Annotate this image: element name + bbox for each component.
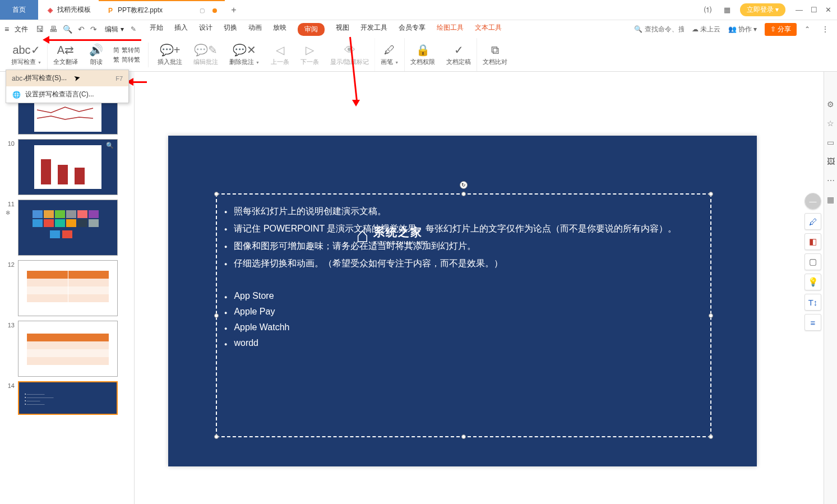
slides-icon[interactable]: ▭ (827, 138, 834, 147)
zoom-icon[interactable]: 🔍 (106, 142, 114, 149)
home-tab[interactable]: 首页 (0, 0, 38, 20)
pen-tool-button[interactable]: 🖊 (804, 213, 821, 230)
file-menu[interactable]: 文件 (15, 25, 28, 34)
thumb-14[interactable]: 14 ● ————————● ————————————● ——————● ———… (0, 379, 134, 417)
doc-final-button[interactable]: ✓ 文档定稿 (441, 38, 477, 71)
dropdown-spellcheck-item[interactable]: abc✓ 拼写检查(S)... F7 (6, 70, 128, 86)
search-input[interactable] (645, 25, 684, 33)
spellcheck-group[interactable]: abc✓ 拼写检查 ▼ (6, 38, 48, 71)
tab-slideshow[interactable]: 放映 (273, 23, 286, 36)
cloud-status[interactable]: ☁ 未上云 (692, 25, 720, 34)
redo-icon[interactable]: ↷ (90, 25, 97, 34)
thumb-13[interactable]: 13 (0, 318, 134, 379)
tab-text-tools[interactable]: 文本工具 (475, 23, 502, 36)
collapse-button[interactable]: — (804, 193, 821, 210)
tab-review[interactable]: 审阅 (298, 23, 325, 36)
image-icon[interactable]: 🖼 (827, 157, 835, 166)
preview-icon[interactable]: 🔍 (63, 25, 72, 34)
command-search[interactable]: 🔍 (634, 25, 684, 33)
resize-handle-nw[interactable] (214, 192, 219, 196)
doc-perm-button[interactable]: 🔒 文档权限 (405, 38, 441, 71)
login-button[interactable]: 立即登录 ▾ (740, 3, 785, 16)
insert-comment-button[interactable]: 💬+ 插入批注 (152, 38, 188, 71)
tab-devtools[interactable]: 开发工具 (360, 23, 387, 36)
main-slide[interactable]: ⌂ 系统之家 XITONGZHIJIA.NET ↻ (168, 136, 757, 466)
ribbon-tabs: 开始 插入 设计 切换 动画 放映 审阅 视图 开发工具 会员专享 绘图工具 文… (150, 23, 502, 36)
edit-menu[interactable]: 编辑 ▾ (105, 25, 123, 34)
resize-handle-se[interactable] (709, 434, 713, 439)
modified-indicator (212, 8, 217, 13)
coop-label: 协作 (738, 25, 752, 34)
tab-animation[interactable]: 动画 (248, 23, 262, 36)
template-tab[interactable]: ◈ 找稻壳模板 (38, 0, 99, 20)
right-sidebar: ⚙ ☆ ▭ 🖼 ⋯ ▦ (824, 72, 837, 504)
format-painter-icon[interactable]: ✎ (131, 25, 136, 33)
slide-content[interactable]: 照每张幻灯片上的说明创建演示文稿。 请记住 POWERPOINT 是演示文稿的视… (224, 203, 712, 351)
tab-transition[interactable]: 切换 (224, 23, 237, 36)
text-style-button[interactable]: T↕ (804, 294, 821, 311)
delete-comment-button[interactable]: 💬✕ 删除批注 ▼ (224, 38, 265, 71)
template-icon[interactable]: ▦ (827, 195, 834, 204)
undo-icon[interactable]: ↶ (78, 25, 85, 34)
edit-comment-button[interactable]: 💬✎ 编辑批注 (188, 38, 224, 71)
dropdown-language-item[interactable]: 🌐 设置拼写检查语言(C)... (6, 86, 128, 103)
share-label: 分享 (778, 25, 791, 33)
spellcheck-label: 拼写检查 ▼ (11, 58, 41, 66)
pen-icon: 🖊 (384, 43, 395, 57)
doc-compare-button[interactable]: ⧉ 文档比对 (477, 38, 513, 71)
more-icon[interactable]: ⋯ (827, 176, 835, 185)
collaborate-button[interactable]: 👥 协作 ▾ (728, 25, 757, 34)
thumb-10[interactable]: 10 🔍 (0, 137, 134, 197)
resize-handle-ne[interactable] (709, 192, 713, 196)
hamburger-icon[interactable]: ≡ (4, 25, 9, 34)
read-group[interactable]: 🔊 朗读 (84, 38, 109, 71)
tab-drawing-tools[interactable]: 绘图工具 (437, 23, 464, 36)
save-icon[interactable]: 🖫 (36, 25, 44, 34)
resize-handle-sw[interactable] (214, 434, 219, 439)
resize-handle-s[interactable] (461, 434, 466, 439)
grid-view-icon[interactable]: ▦ (721, 4, 733, 16)
thumb-12[interactable]: 12 (0, 258, 134, 318)
document-tab[interactable]: P PPT教程2.pptx ▢ (99, 0, 225, 20)
thumb-number: 12 (4, 260, 15, 268)
settings-icon[interactable]: ⚙ (827, 100, 834, 109)
new-tab-button[interactable]: + (225, 0, 243, 20)
maximize-button[interactable]: ☐ (811, 6, 817, 14)
trad-to-simp-button[interactable]: 简繁转简 (113, 46, 140, 54)
minimize-button[interactable]: — (796, 6, 803, 14)
slide-thumbnails-panel: 10 🔍 11 ✻ 12 (0, 72, 135, 504)
menu-overflow-icon[interactable]: ⋮ (818, 25, 833, 34)
bullet-8: wordd (234, 338, 258, 348)
pen-button[interactable]: 🖊 画笔 ▼ (375, 38, 405, 71)
tab-member[interactable]: 会员专享 (399, 23, 426, 36)
tab-close-icon[interactable]: ▢ (200, 7, 205, 13)
share-button[interactable]: ⇧ 分享 (765, 23, 797, 36)
translate-group[interactable]: A⇄ 全文翻译 (48, 38, 84, 71)
resize-handle-n[interactable] (461, 192, 466, 196)
tab-view[interactable]: 视图 (336, 23, 349, 36)
reading-mode-icon[interactable]: ⑴ (702, 4, 714, 16)
chevron-up-icon[interactable]: ⌃ (804, 25, 810, 33)
translate-icon: A⇄ (57, 43, 74, 57)
pen-label: 画笔 ▼ (381, 58, 399, 66)
close-button[interactable]: ✕ (825, 6, 831, 14)
prev-comment-button[interactable]: ◁ 上一条 (265, 38, 295, 71)
tab-insert[interactable]: 插入 (174, 23, 188, 36)
thumb-11[interactable]: 11 ✻ (0, 197, 134, 258)
tab-design[interactable]: 设计 (199, 23, 212, 36)
home-tab-label: 首页 (12, 5, 26, 15)
rotate-handle[interactable]: ↻ (460, 181, 468, 189)
print-icon[interactable]: 🖶 (49, 25, 57, 34)
star-icon[interactable]: ☆ (827, 119, 834, 128)
align-button[interactable]: ≡ (804, 314, 821, 331)
idea-button[interactable]: 💡 (804, 274, 821, 290)
tab-start[interactable]: 开始 (150, 23, 163, 36)
simp-to-trad-button[interactable]: 繁简转繁 (113, 56, 140, 64)
convert-group: 简繁转简 繁简转繁 (109, 46, 145, 64)
layout-button[interactable]: ▢ (804, 253, 821, 270)
shape-fill-button[interactable]: ◧ (804, 233, 821, 250)
next-comment-button[interactable]: ▷ 下一条 (295, 38, 325, 71)
insert-comment-icon: 💬+ (160, 43, 181, 57)
resize-handle-w[interactable] (214, 313, 219, 318)
slide-editor[interactable]: ⌂ 系统之家 XITONGZHIJIA.NET ↻ (135, 72, 824, 504)
